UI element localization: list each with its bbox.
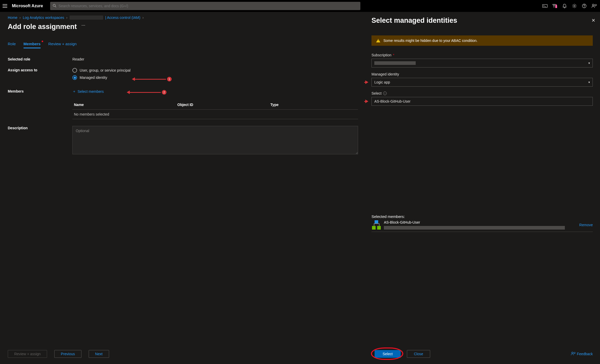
- logic-app-icon: [371, 220, 381, 230]
- select-label: Select i: [371, 91, 593, 95]
- managed-identity-value: Logic app: [374, 80, 390, 84]
- chevron-down-icon: ▾: [588, 80, 590, 84]
- select-managed-identities-panel: Select managed identities ✕ Some results…: [364, 12, 600, 364]
- feedback-link[interactable]: Feedback: [571, 352, 593, 357]
- directory-filter-icon[interactable]: [551, 3, 558, 9]
- search-input[interactable]: [58, 4, 358, 8]
- select-button[interactable]: Select: [375, 350, 401, 358]
- radio-managed-identity[interactable]: Managed identity: [72, 75, 358, 80]
- selected-member-name: AS-Block-GitHub-User: [384, 220, 577, 224]
- svg-line-1: [55, 6, 56, 7]
- previous-button[interactable]: Previous: [54, 350, 81, 358]
- col-name: Name: [74, 103, 177, 107]
- required-icon: *: [393, 53, 394, 57]
- tabs: Role Members Review + assign: [8, 42, 358, 48]
- chevron-right-icon: ›: [142, 16, 144, 20]
- side-panel-title: Select managed identities: [371, 17, 593, 25]
- review-assign-button[interactable]: Review + assign: [8, 350, 47, 358]
- assign-access-label: Assign access to: [8, 68, 72, 72]
- breadcrumb-workspaces[interactable]: Log Analytics workspaces: [23, 16, 64, 20]
- svg-rect-6: [553, 7, 555, 7]
- svg-rect-4: [552, 4, 556, 5]
- svg-point-8: [556, 4, 557, 6]
- brand: Microsoft Azure: [12, 4, 43, 8]
- svg-rect-5: [553, 5, 555, 6]
- page-title: Add role assignment: [8, 23, 77, 31]
- info-icon[interactable]: i: [383, 92, 387, 95]
- selected-member-id-redacted: [384, 226, 565, 230]
- breadcrumb: Home › Log Analytics workspaces › | Acce…: [8, 16, 358, 20]
- help-icon[interactable]: [581, 3, 588, 9]
- chevron-right-icon: ›: [66, 16, 67, 20]
- close-icon[interactable]: ✕: [591, 18, 595, 23]
- select-identity-input[interactable]: [371, 97, 593, 106]
- managed-identity-label: Managed identity: [371, 72, 593, 76]
- selected-members-label: Selected members:: [371, 214, 593, 219]
- selected-role-label: Selected role: [8, 57, 72, 61]
- next-button[interactable]: Next: [89, 350, 109, 358]
- description-label: Description: [8, 126, 72, 130]
- radio-user-group-sp[interactable]: User, group, or service principal: [72, 68, 358, 73]
- global-search[interactable]: [50, 2, 360, 10]
- cloud-shell-icon[interactable]: [542, 3, 548, 9]
- settings-icon[interactable]: [571, 3, 578, 9]
- svg-point-13: [572, 352, 573, 353]
- feedback-person-icon[interactable]: [591, 3, 597, 9]
- svg-point-11: [584, 7, 584, 7]
- no-members-message: No members selected: [74, 112, 177, 116]
- selected-role-value: Reader: [72, 57, 358, 61]
- col-object-id: Object ID: [177, 103, 270, 107]
- remove-member-link[interactable]: Remove: [579, 223, 593, 227]
- description-input[interactable]: [72, 126, 358, 154]
- plus-icon: ＋: [72, 89, 76, 94]
- breadcrumb-redacted[interactable]: [70, 16, 103, 20]
- feedback-text: Feedback: [577, 352, 593, 356]
- subscription-label: Subscription*: [371, 53, 593, 57]
- warning-banner: Some results might be hidden due to your…: [371, 35, 593, 46]
- menu-icon[interactable]: [3, 4, 7, 8]
- more-icon[interactable]: ···: [81, 22, 85, 28]
- warning-text: Some results might be hidden due to your…: [383, 39, 477, 43]
- selected-member-row: AS-Block-GitHub-User Remove: [371, 220, 593, 232]
- tab-review-assign[interactable]: Review + assign: [48, 42, 77, 48]
- svg-point-0: [53, 4, 56, 6]
- svg-point-9: [574, 5, 575, 6]
- svg-point-12: [592, 4, 594, 6]
- radio-icon: [72, 68, 77, 73]
- managed-identity-select[interactable]: Logic app ▾: [371, 78, 593, 87]
- notifications-icon[interactable]: [561, 3, 568, 9]
- chevron-right-icon: ›: [19, 16, 21, 20]
- select-members-link[interactable]: ＋ Select members: [72, 89, 358, 94]
- svg-rect-2: [543, 4, 548, 7]
- feedback-icon: [571, 352, 575, 357]
- radio-label-mi: Managed identity: [80, 75, 107, 80]
- chevron-down-icon: ▾: [588, 61, 590, 65]
- radio-label-user: User, group, or service principal: [80, 68, 131, 72]
- warning-icon: [376, 39, 380, 42]
- tab-role[interactable]: Role: [8, 42, 16, 48]
- tab-members-label: Members: [24, 42, 41, 46]
- radio-icon: [72, 75, 77, 80]
- tab-members[interactable]: Members: [24, 42, 41, 48]
- close-button[interactable]: Close: [407, 350, 430, 358]
- breadcrumb-iam[interactable]: | Access control (IAM): [105, 16, 140, 20]
- breadcrumb-home[interactable]: Home: [8, 16, 17, 20]
- members-label: Members: [8, 89, 72, 93]
- col-type: Type: [270, 103, 356, 107]
- unsaved-indicator-icon: [42, 41, 43, 42]
- search-icon: [53, 4, 56, 8]
- subscription-value-redacted: [374, 61, 416, 65]
- subscription-select[interactable]: ▾: [371, 59, 593, 67]
- select-members-text: Select members: [78, 89, 104, 94]
